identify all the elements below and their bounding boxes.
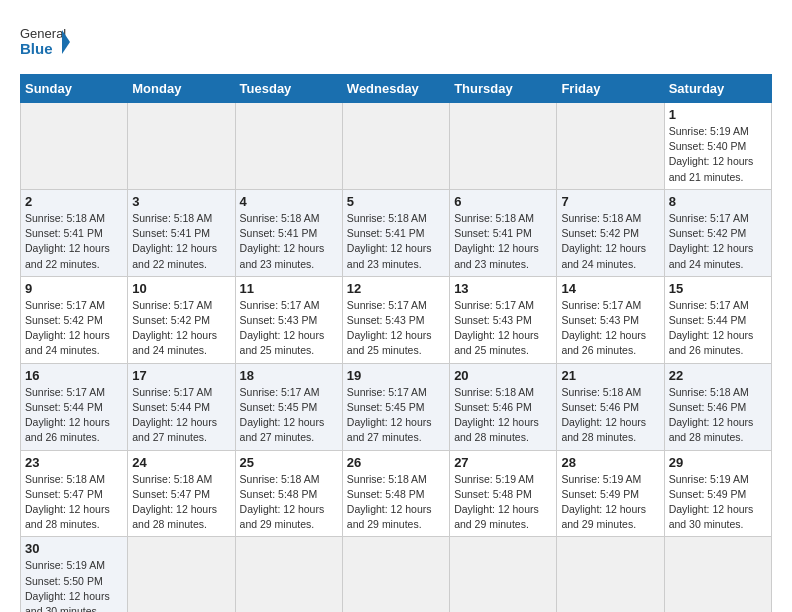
calendar-cell: 9Sunrise: 5:17 AM Sunset: 5:42 PM Daylig… [21, 276, 128, 363]
day-info: Sunrise: 5:19 AM Sunset: 5:50 PM Dayligh… [25, 558, 123, 612]
day-number: 16 [25, 368, 123, 383]
weekday-header-sunday: Sunday [21, 75, 128, 103]
calendar-week-row: 30Sunrise: 5:19 AM Sunset: 5:50 PM Dayli… [21, 537, 772, 612]
day-number: 11 [240, 281, 338, 296]
page-header: General Blue [20, 20, 772, 64]
day-info: Sunrise: 5:18 AM Sunset: 5:41 PM Dayligh… [25, 211, 123, 272]
day-info: Sunrise: 5:17 AM Sunset: 5:45 PM Dayligh… [347, 385, 445, 446]
calendar-cell [128, 537, 235, 612]
day-number: 4 [240, 194, 338, 209]
calendar-cell [557, 537, 664, 612]
day-info: Sunrise: 5:19 AM Sunset: 5:40 PM Dayligh… [669, 124, 767, 185]
calendar-cell: 30Sunrise: 5:19 AM Sunset: 5:50 PM Dayli… [21, 537, 128, 612]
calendar-cell [342, 103, 449, 190]
day-number: 6 [454, 194, 552, 209]
calendar-cell: 1Sunrise: 5:19 AM Sunset: 5:40 PM Daylig… [664, 103, 771, 190]
day-info: Sunrise: 5:18 AM Sunset: 5:46 PM Dayligh… [454, 385, 552, 446]
day-info: Sunrise: 5:18 AM Sunset: 5:46 PM Dayligh… [561, 385, 659, 446]
day-number: 3 [132, 194, 230, 209]
day-info: Sunrise: 5:17 AM Sunset: 5:42 PM Dayligh… [669, 211, 767, 272]
calendar-week-row: 2Sunrise: 5:18 AM Sunset: 5:41 PM Daylig… [21, 189, 772, 276]
calendar-cell: 7Sunrise: 5:18 AM Sunset: 5:42 PM Daylig… [557, 189, 664, 276]
day-info: Sunrise: 5:17 AM Sunset: 5:43 PM Dayligh… [561, 298, 659, 359]
weekday-header-wednesday: Wednesday [342, 75, 449, 103]
calendar-cell [235, 537, 342, 612]
day-number: 17 [132, 368, 230, 383]
calendar-cell: 15Sunrise: 5:17 AM Sunset: 5:44 PM Dayli… [664, 276, 771, 363]
weekday-header-row: SundayMondayTuesdayWednesdayThursdayFrid… [21, 75, 772, 103]
day-number: 8 [669, 194, 767, 209]
day-number: 5 [347, 194, 445, 209]
day-info: Sunrise: 5:17 AM Sunset: 5:44 PM Dayligh… [669, 298, 767, 359]
day-info: Sunrise: 5:18 AM Sunset: 5:48 PM Dayligh… [347, 472, 445, 533]
weekday-header-saturday: Saturday [664, 75, 771, 103]
day-info: Sunrise: 5:17 AM Sunset: 5:43 PM Dayligh… [454, 298, 552, 359]
day-info: Sunrise: 5:19 AM Sunset: 5:49 PM Dayligh… [561, 472, 659, 533]
day-number: 22 [669, 368, 767, 383]
calendar-cell: 6Sunrise: 5:18 AM Sunset: 5:41 PM Daylig… [450, 189, 557, 276]
day-info: Sunrise: 5:19 AM Sunset: 5:48 PM Dayligh… [454, 472, 552, 533]
calendar-cell: 21Sunrise: 5:18 AM Sunset: 5:46 PM Dayli… [557, 363, 664, 450]
calendar-week-row: 9Sunrise: 5:17 AM Sunset: 5:42 PM Daylig… [21, 276, 772, 363]
calendar-cell: 12Sunrise: 5:17 AM Sunset: 5:43 PM Dayli… [342, 276, 449, 363]
calendar-cell: 26Sunrise: 5:18 AM Sunset: 5:48 PM Dayli… [342, 450, 449, 537]
day-info: Sunrise: 5:18 AM Sunset: 5:42 PM Dayligh… [561, 211, 659, 272]
day-info: Sunrise: 5:17 AM Sunset: 5:44 PM Dayligh… [25, 385, 123, 446]
day-info: Sunrise: 5:18 AM Sunset: 5:46 PM Dayligh… [669, 385, 767, 446]
svg-text:Blue: Blue [20, 40, 53, 57]
calendar-cell [450, 537, 557, 612]
day-number: 30 [25, 541, 123, 556]
day-info: Sunrise: 5:17 AM Sunset: 5:44 PM Dayligh… [132, 385, 230, 446]
day-info: Sunrise: 5:19 AM Sunset: 5:49 PM Dayligh… [669, 472, 767, 533]
calendar-cell: 28Sunrise: 5:19 AM Sunset: 5:49 PM Dayli… [557, 450, 664, 537]
day-number: 9 [25, 281, 123, 296]
day-number: 26 [347, 455, 445, 470]
weekday-header-monday: Monday [128, 75, 235, 103]
weekday-header-friday: Friday [557, 75, 664, 103]
day-info: Sunrise: 5:18 AM Sunset: 5:41 PM Dayligh… [454, 211, 552, 272]
day-number: 10 [132, 281, 230, 296]
day-info: Sunrise: 5:17 AM Sunset: 5:43 PM Dayligh… [347, 298, 445, 359]
calendar-cell: 19Sunrise: 5:17 AM Sunset: 5:45 PM Dayli… [342, 363, 449, 450]
calendar-cell: 4Sunrise: 5:18 AM Sunset: 5:41 PM Daylig… [235, 189, 342, 276]
day-info: Sunrise: 5:18 AM Sunset: 5:48 PM Dayligh… [240, 472, 338, 533]
calendar-cell: 18Sunrise: 5:17 AM Sunset: 5:45 PM Dayli… [235, 363, 342, 450]
day-info: Sunrise: 5:18 AM Sunset: 5:41 PM Dayligh… [132, 211, 230, 272]
logo: General Blue [20, 20, 70, 64]
calendar-cell: 27Sunrise: 5:19 AM Sunset: 5:48 PM Dayli… [450, 450, 557, 537]
calendar-cell: 16Sunrise: 5:17 AM Sunset: 5:44 PM Dayli… [21, 363, 128, 450]
day-info: Sunrise: 5:18 AM Sunset: 5:41 PM Dayligh… [347, 211, 445, 272]
day-number: 2 [25, 194, 123, 209]
day-number: 21 [561, 368, 659, 383]
day-number: 28 [561, 455, 659, 470]
day-info: Sunrise: 5:18 AM Sunset: 5:47 PM Dayligh… [25, 472, 123, 533]
calendar-cell: 24Sunrise: 5:18 AM Sunset: 5:47 PM Dayli… [128, 450, 235, 537]
day-number: 20 [454, 368, 552, 383]
day-number: 12 [347, 281, 445, 296]
day-number: 1 [669, 107, 767, 122]
day-info: Sunrise: 5:17 AM Sunset: 5:42 PM Dayligh… [132, 298, 230, 359]
calendar-cell [128, 103, 235, 190]
calendar-cell [664, 537, 771, 612]
calendar-cell [21, 103, 128, 190]
calendar-cell: 29Sunrise: 5:19 AM Sunset: 5:49 PM Dayli… [664, 450, 771, 537]
day-number: 29 [669, 455, 767, 470]
day-number: 7 [561, 194, 659, 209]
day-info: Sunrise: 5:18 AM Sunset: 5:47 PM Dayligh… [132, 472, 230, 533]
day-number: 18 [240, 368, 338, 383]
calendar-cell: 13Sunrise: 5:17 AM Sunset: 5:43 PM Dayli… [450, 276, 557, 363]
day-number: 24 [132, 455, 230, 470]
calendar-cell: 22Sunrise: 5:18 AM Sunset: 5:46 PM Dayli… [664, 363, 771, 450]
day-info: Sunrise: 5:17 AM Sunset: 5:42 PM Dayligh… [25, 298, 123, 359]
calendar-week-row: 1Sunrise: 5:19 AM Sunset: 5:40 PM Daylig… [21, 103, 772, 190]
calendar-week-row: 23Sunrise: 5:18 AM Sunset: 5:47 PM Dayli… [21, 450, 772, 537]
calendar-cell: 11Sunrise: 5:17 AM Sunset: 5:43 PM Dayli… [235, 276, 342, 363]
calendar-cell: 23Sunrise: 5:18 AM Sunset: 5:47 PM Dayli… [21, 450, 128, 537]
day-number: 23 [25, 455, 123, 470]
logo-svg: General Blue [20, 20, 70, 64]
calendar-cell [557, 103, 664, 190]
calendar-cell: 25Sunrise: 5:18 AM Sunset: 5:48 PM Dayli… [235, 450, 342, 537]
calendar-cell [235, 103, 342, 190]
calendar-week-row: 16Sunrise: 5:17 AM Sunset: 5:44 PM Dayli… [21, 363, 772, 450]
day-number: 25 [240, 455, 338, 470]
